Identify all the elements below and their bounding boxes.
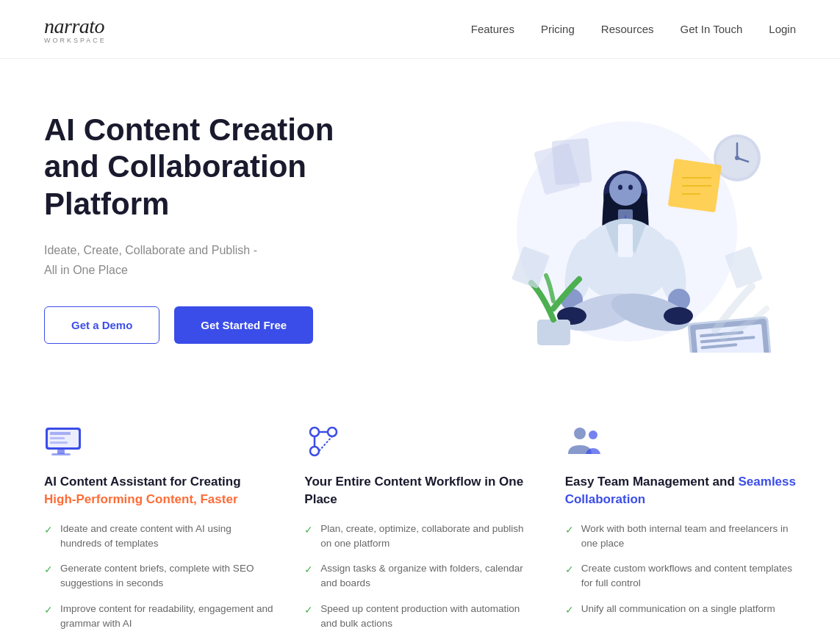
feature-team-title: Easy Team Management and Seamless Collab… [565, 473, 796, 508]
hero-left: AI Content Creation and Collaboration Pl… [44, 112, 397, 345]
feature-ai-item: ✓ Ideate and create content with AI usin… [44, 522, 275, 552]
feature-team-item-text: Unify all communication on a single plat… [581, 602, 775, 616]
feature-workflow: Your Entire Content Workflow in One Plac… [304, 426, 535, 631]
feature-workflow-item: ✓ Plan, create, optimize, collaborate an… [304, 522, 535, 552]
nav-resources[interactable]: Resources [601, 23, 654, 35]
svg-rect-2 [551, 138, 592, 185]
hero-illustration-container [458, 103, 796, 353]
get-demo-button[interactable]: Get a Demo [44, 306, 159, 344]
svg-rect-28 [537, 320, 570, 345]
feature-workflow-item: ✓ Assign tasks & organize with folders, … [304, 561, 535, 591]
nav-links: Features Pricing Resources Get In Touch … [471, 23, 796, 36]
feature-ai-item: ✓ Generate content briefs, complete with… [44, 561, 275, 591]
feature-team-item: ✓ Unify all communication on a single pl… [565, 602, 796, 618]
feature-team: Easy Team Management and Seamless Collab… [565, 426, 796, 631]
svg-point-45 [310, 428, 319, 436]
feature-ai-content: AI Content Assistant for Creating High-P… [44, 426, 275, 631]
nav-get-in-touch[interactable]: Get In Touch [681, 23, 743, 35]
hero-subtitle-line2: All in One Place [44, 264, 128, 276]
check-icon: ✓ [44, 562, 53, 577]
hero-subtitle-line1: Ideate, Create, Collaborate and Publish … [44, 244, 257, 256]
feature-ai-item-text: Improve content for readability, engagem… [60, 602, 275, 632]
feature-ai-item: ✓ Improve content for readability, engag… [44, 602, 275, 632]
feature-workflow-item: ✓ Speed up content production with autom… [304, 602, 535, 632]
svg-rect-42 [50, 442, 68, 444]
check-icon: ✓ [565, 562, 574, 577]
hero-buttons: Get a Demo Get Started Free [44, 306, 397, 344]
svg-point-47 [310, 447, 319, 455]
feature-ai-list: ✓ Ideate and create content with AI usin… [44, 522, 275, 632]
svg-point-15 [618, 185, 622, 190]
nav-login[interactable]: Login [769, 23, 796, 35]
feature-workflow-title: Your Entire Content Workflow in One Plac… [304, 473, 535, 508]
svg-point-46 [328, 428, 337, 436]
feature-workflow-item-text: Plan, create, optimize, collaborate and … [320, 522, 535, 552]
check-icon: ✓ [565, 602, 574, 618]
logo-text: narrato [44, 15, 104, 38]
feature-team-item-text: Create custom workflows and content temp… [581, 561, 796, 591]
feature-team-item-text: Work with both internal team and freelan… [581, 522, 796, 552]
check-icon: ✓ [44, 602, 53, 618]
get-started-button[interactable]: Get Started Free [174, 306, 313, 344]
hero-illustration [458, 103, 796, 353]
feature-workflow-list: ✓ Plan, create, optimize, collaborate an… [304, 522, 535, 632]
check-icon: ✓ [304, 562, 313, 577]
navbar: narrato WORKSPACE Features Pricing Resou… [0, 0, 840, 59]
svg-point-51 [574, 428, 586, 439]
svg-point-27 [664, 307, 693, 325]
hero-section: AI Content Creation and Collaboration Pl… [0, 59, 840, 382]
nav-features[interactable]: Features [471, 23, 514, 35]
logo-sub: WORKSPACE [44, 37, 107, 44]
feature-ai-item-text: Generate content briefs, complete with S… [60, 561, 275, 591]
hero-subtitle: Ideate, Create, Collaborate and Publish … [44, 240, 397, 280]
svg-point-52 [589, 431, 597, 439]
features-section: AI Content Assistant for Creating High-P… [0, 382, 840, 634]
feature-workflow-item-text: Speed up content production with automat… [320, 602, 535, 632]
feature-ai-title: AI Content Assistant for Creating High-P… [44, 473, 275, 508]
feature-team-item: ✓ Work with both internal team and freel… [565, 522, 796, 552]
svg-point-7 [735, 156, 739, 160]
check-icon: ✓ [304, 522, 313, 538]
check-icon: ✓ [304, 602, 313, 618]
check-icon: ✓ [44, 522, 53, 538]
svg-point-16 [628, 185, 633, 190]
hero-title: AI Content Creation and Collaboration Pl… [44, 112, 397, 223]
svg-line-50 [319, 436, 332, 451]
svg-rect-40 [50, 432, 71, 435]
feature-team-list: ✓ Work with both internal team and freel… [565, 522, 796, 618]
monitor-icon [44, 426, 82, 457]
feature-ai-item-text: Ideate and create content with AI using … [60, 522, 275, 552]
team-icon [565, 426, 603, 457]
feature-team-item: ✓ Create custom workflows and content te… [565, 561, 796, 591]
svg-rect-41 [50, 437, 65, 439]
logo[interactable]: narrato WORKSPACE [44, 15, 107, 44]
nav-pricing[interactable]: Pricing [541, 23, 575, 35]
workflow-icon [304, 426, 342, 457]
svg-rect-19 [618, 224, 633, 257]
svg-point-14 [609, 173, 642, 206]
check-icon: ✓ [565, 522, 574, 538]
svg-rect-44 [51, 453, 71, 455]
feature-workflow-item-text: Assign tasks & organize with folders, ca… [320, 561, 535, 591]
